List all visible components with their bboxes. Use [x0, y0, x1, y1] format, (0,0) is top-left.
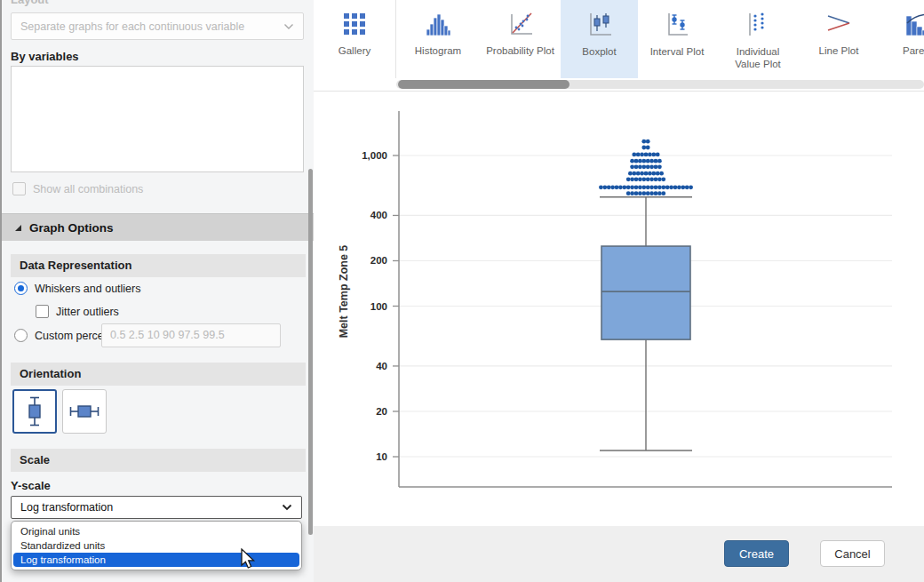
orientation-horizontal-button[interactable] — [62, 389, 107, 434]
checkbox-icon — [36, 305, 49, 318]
create-button[interactable]: Create — [724, 540, 789, 567]
probability-plot-icon — [508, 12, 533, 36]
jitter-outliers-checkbox[interactable]: Jitter outliers — [36, 305, 119, 318]
layout-select[interactable]: Separate graphs for each continuous vari… — [11, 12, 304, 40]
vertical-boxplot-icon — [22, 396, 47, 427]
line-plot-button[interactable]: Line Plot — [802, 0, 875, 78]
collapse-triangle-icon — [14, 224, 22, 232]
pareto-label: Pareto — [903, 44, 924, 57]
svg-text:40: 40 — [376, 361, 387, 371]
radio-selected-icon — [14, 282, 28, 295]
scrollbar-thumb[interactable] — [398, 80, 570, 89]
layout-label: Layout — [11, 0, 49, 6]
probability-plot-button[interactable]: Probability Plot — [478, 0, 562, 78]
y-scale-select[interactable]: Log transformation — [11, 496, 302, 519]
orientation-vertical-button[interactable] — [12, 389, 57, 434]
gallery-scrollbar — [314, 78, 924, 92]
line-plot-icon — [826, 12, 851, 36]
histogram-label: Histogram — [415, 44, 461, 57]
radio-unselected-icon — [14, 329, 28, 342]
show-all-combinations-label: Show all combinations — [33, 183, 143, 195]
svg-text:400: 400 — [370, 210, 387, 220]
pareto-button[interactable]: Pareto — [882, 0, 924, 78]
cancel-button[interactable]: Cancel — [820, 540, 885, 567]
histogram-button[interactable]: Histogram — [402, 0, 474, 78]
chevron-down-icon — [283, 23, 294, 30]
line-plot-label: Line Plot — [819, 44, 859, 57]
mouse-cursor — [238, 548, 256, 570]
custom-percentiles-input[interactable]: 0.5 2.5 10 90 97.5 99.5 — [101, 323, 281, 347]
individual-value-plot-icon — [747, 12, 769, 36]
options-panel: Layout Separate graphs for each continuo… — [0, 0, 314, 582]
individual-value-plot-label: Individual Value Plot — [722, 45, 793, 71]
boxplot-label: Boxplot — [582, 45, 616, 58]
option-standardized-units[interactable]: Standardized units — [12, 538, 301, 553]
svg-text:1,000: 1,000 — [362, 150, 387, 161]
histogram-icon — [426, 12, 450, 36]
interval-plot-button[interactable]: Interval Plot — [641, 0, 713, 78]
probability-plot-label: Probability Plot — [486, 44, 554, 57]
gallery-label: Gallery — [339, 44, 370, 57]
boxplot-chart: 1020401002004001,000Melt Temp Zone 5 — [314, 92, 924, 526]
gallery-toolbar: Gallery Histogram Probability Plot — [314, 0, 924, 78]
svg-text:20: 20 — [376, 406, 387, 417]
individual-value-plot-button[interactable]: Individual Value Plot — [715, 0, 801, 78]
graph-options-header[interactable]: Graph Options — [2, 213, 314, 241]
grid-icon — [343, 12, 366, 36]
interval-plot-label: Interval Plot — [650, 45, 705, 58]
y-axis-label: Melt Temp Zone 5 — [338, 245, 350, 339]
sidebar-scrollbar[interactable] — [308, 169, 313, 535]
y-scale-label: Y-scale — [11, 479, 51, 492]
option-log-transformation[interactable]: Log transformation — [13, 553, 299, 567]
dialog-footer: Create Cancel — [314, 526, 924, 582]
svg-text:10: 10 — [376, 451, 387, 462]
by-variables-label: By variables — [11, 50, 79, 63]
by-variables-listbox[interactable] — [11, 66, 304, 172]
boxplot-icon — [587, 12, 612, 36]
jitter-outliers-label: Jitter outliers — [56, 306, 119, 318]
chevron-down-icon — [282, 504, 292, 511]
svg-text:100: 100 — [370, 301, 387, 312]
graph-builder-dialog: Layout Separate graphs for each continuo… — [0, 0, 924, 582]
graph-preview-pane: Gallery Histogram Probability Plot — [314, 0, 924, 582]
option-original-units[interactable]: Original units — [12, 524, 301, 538]
scale-header: Scale — [11, 449, 306, 472]
interval-plot-icon — [665, 12, 689, 36]
boxplot-button[interactable]: Boxplot — [561, 0, 638, 78]
graph-options-title: Graph Options — [29, 221, 114, 235]
whiskers-outliers-label: Whiskers and outliers — [35, 283, 141, 295]
orientation-header: Orientation — [11, 363, 306, 386]
svg-text:200: 200 — [370, 255, 387, 266]
show-all-combinations-checkbox[interactable]: Show all combinations — [12, 182, 143, 195]
y-scale-dropdown-list: Original units Standardized units Log tr… — [11, 521, 302, 570]
gallery-button[interactable]: Gallery — [314, 0, 396, 78]
horizontal-boxplot-icon — [69, 399, 100, 424]
layout-select-value: Separate graphs for each continuous vari… — [20, 20, 283, 33]
checkbox-icon — [12, 182, 26, 195]
whiskers-outliers-radio[interactable]: Whiskers and outliers — [14, 282, 141, 295]
pareto-icon — [904, 12, 924, 36]
y-scale-select-value: Log transformation — [20, 501, 282, 514]
data-representation-header: Data Representation — [11, 254, 306, 277]
